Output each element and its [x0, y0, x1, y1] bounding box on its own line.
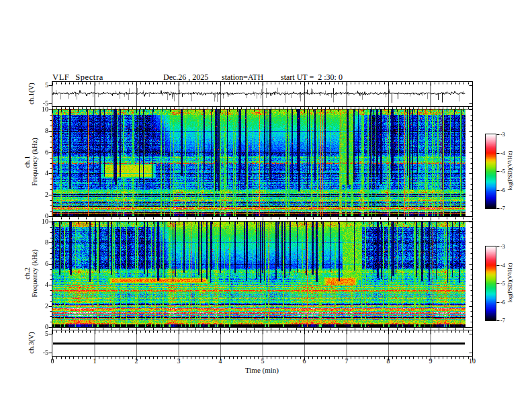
colorbar-1-label: log(PSD)(V²/Hz)	[506, 130, 513, 211]
ch2-spectrogram-canvas	[52, 222, 472, 327]
spec2-ytick-label: 8	[27, 239, 48, 246]
ch1-spectrogram-canvas	[52, 109, 472, 216]
colorbar-2-tick-label: -7	[500, 318, 505, 324]
colorbar-1-tick-label: -7	[500, 205, 505, 212]
time-axis-tick-label: 7	[338, 357, 355, 365]
vlf-spectra-figure: VLF Spectra Dec.26 , 2025 station=ATH st…	[0, 0, 532, 411]
time-axis-tick-label: 2	[128, 357, 145, 365]
spec2-ytick-label: 4	[27, 281, 48, 288]
colorbar-2-tick-label: -5	[500, 281, 505, 287]
colorbar-1-tick-label: -3	[500, 132, 505, 138]
time-axis-tick-label: 0	[44, 357, 61, 365]
colorbar-1-canvas	[486, 134, 496, 208]
colorbar-2	[485, 246, 496, 321]
spec1-ytick-label: 4	[27, 170, 48, 177]
time-axis-tick-label: 3	[170, 357, 187, 365]
spec2-ytick-label: 2	[27, 303, 48, 310]
time-axis-label: Time (min)	[222, 366, 302, 374]
spec1-ytick-label: 10	[27, 106, 48, 113]
time-axis-tick-label: 9	[422, 357, 439, 365]
ch1-spectrogram-panel	[52, 109, 473, 217]
time-axis-tick-label: 1	[86, 357, 103, 365]
colorbar-1-tick-label: -5	[500, 169, 505, 175]
colorbar-1-tick-label: -4	[500, 150, 505, 156]
colorbar-2-tick-label: -4	[500, 263, 505, 269]
ch3-waveform-canvas	[52, 330, 472, 356]
time-axis-tick-label: 8	[380, 357, 397, 365]
waveform_bottom-ytick-label: -5	[27, 349, 48, 356]
colorbar-2-canvas	[486, 246, 496, 320]
waveform_top-ytick-label: 5	[27, 82, 48, 89]
colorbar-1	[485, 134, 496, 209]
waveform_bottom-ytick-label: 5	[27, 330, 48, 337]
spec1-ytick-label: 2	[27, 191, 48, 198]
spec1-ytick-label: 6	[27, 149, 48, 156]
colorbar-2-tick-label: -3	[500, 244, 505, 250]
spec1-ytick-label: 8	[27, 128, 48, 134]
colorbar-1-tick-label: -6	[500, 187, 505, 193]
time-axis-tick-label: 5	[254, 357, 271, 365]
colorbar-2-label: log(PSD)(V²/Hz)	[506, 242, 513, 323]
ch1-waveform-canvas	[52, 82, 472, 106]
spec2-ytick-label: 10	[27, 218, 48, 225]
spec2-ytick-label: 6	[27, 261, 48, 267]
time-axis-tick-label: 4	[212, 357, 229, 365]
time-axis-tick-label: 6	[296, 357, 313, 365]
colorbar-2-tick-label: -6	[500, 300, 505, 306]
ch1-waveform-panel	[52, 81, 473, 107]
ch3-waveform-panel	[52, 330, 473, 357]
ch2-spectrogram-panel	[52, 221, 473, 328]
time-axis-tick-label: 10	[463, 357, 481, 365]
